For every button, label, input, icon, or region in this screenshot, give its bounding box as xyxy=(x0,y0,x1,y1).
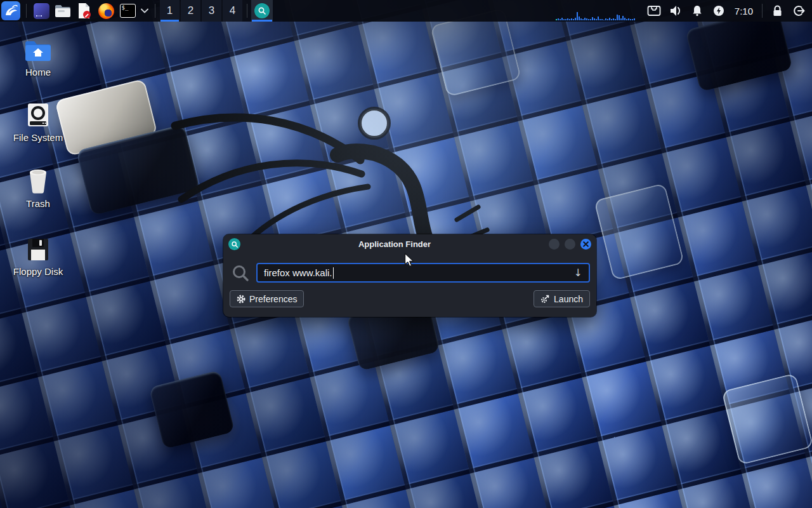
notification-bell-icon xyxy=(691,4,704,17)
history-dropdown-icon[interactable]: ↓ xyxy=(574,267,582,279)
panel-separator xyxy=(155,4,155,18)
window-controls xyxy=(549,239,591,250)
application-finder-window: Application Finder firefox www.kali. ↓ xyxy=(223,234,596,317)
desktop-icon-file-system[interactable]: File System xyxy=(3,102,73,143)
titlebar[interactable]: Application Finder xyxy=(223,234,596,254)
document-icon xyxy=(77,3,92,19)
search-row: firefox www.kali. ↓ xyxy=(223,254,596,283)
workspace-button-2[interactable]: 2 xyxy=(181,0,200,22)
workspace-label: 2 xyxy=(188,4,193,17)
cpu-graph[interactable] xyxy=(556,1,637,20)
maximize-button[interactable] xyxy=(565,239,575,250)
lock-screen-button[interactable] xyxy=(766,0,788,22)
power-manager-tray-button[interactable] xyxy=(708,0,730,22)
chevron-down-icon xyxy=(141,8,148,13)
network-icon xyxy=(647,5,661,17)
search-input-value: firefox www.kali. xyxy=(264,267,332,278)
hard-drive-icon xyxy=(25,102,51,128)
top-panel: $_ 1 2 3 4 xyxy=(0,0,812,22)
panel-separator xyxy=(762,4,763,18)
terminal-glyph: $_ xyxy=(122,4,129,11)
button-row: Preferences Launch xyxy=(223,283,596,307)
launcher-text-editor[interactable] xyxy=(75,1,94,20)
terminal-dropdown-button[interactable] xyxy=(140,1,150,20)
window-title: Application Finder xyxy=(240,239,549,249)
trash-icon xyxy=(26,168,50,194)
preferences-button[interactable]: Preferences xyxy=(230,290,304,307)
search-icon xyxy=(231,264,250,283)
panel-separator xyxy=(26,4,27,18)
workspace-button-4[interactable]: 4 xyxy=(223,0,242,22)
desktop-icon-label: Home xyxy=(25,67,51,77)
volume-tray-button[interactable] xyxy=(665,0,686,22)
close-icon xyxy=(583,241,589,247)
minimize-button[interactable] xyxy=(549,239,560,250)
desktop-icon-label: Floppy Disk xyxy=(13,266,63,277)
taskbar-application-finder[interactable] xyxy=(251,0,273,22)
search-input[interactable]: firefox www.kali. ↓ xyxy=(256,263,590,283)
logout-icon xyxy=(792,4,806,17)
desktop-icon-home[interactable]: Home xyxy=(3,37,73,77)
power-manager-icon xyxy=(712,4,725,17)
logout-button[interactable] xyxy=(788,0,809,22)
workspace-label: 4 xyxy=(230,4,235,17)
workspace-button-1[interactable]: 1 xyxy=(160,0,180,22)
launcher-terminal[interactable]: $_ xyxy=(118,1,137,20)
floppy-disk-icon xyxy=(26,236,50,262)
panel-separator xyxy=(247,4,247,18)
firefox-icon xyxy=(98,3,114,19)
close-button[interactable] xyxy=(580,239,591,250)
launcher-kali-undercover[interactable] xyxy=(32,1,51,20)
workspace-button-3[interactable]: 3 xyxy=(202,0,221,22)
launch-label: Launch xyxy=(554,294,583,304)
window-icon xyxy=(34,3,49,19)
launcher-file-manager[interactable] xyxy=(53,1,72,20)
clock[interactable]: 7:10 xyxy=(730,6,758,17)
applications-menu-button[interactable] xyxy=(1,1,20,20)
launch-button[interactable]: Launch xyxy=(534,290,590,307)
desktop-icon-trash[interactable]: Trash xyxy=(3,168,73,209)
desktop-icon-label: Trash xyxy=(26,198,50,209)
network-tray-button[interactable] xyxy=(643,0,665,22)
launch-icon xyxy=(540,294,550,304)
gear-icon xyxy=(237,295,246,304)
launcher-firefox[interactable] xyxy=(96,1,115,20)
workspace-label: 1 xyxy=(167,4,173,17)
notifications-tray-button[interactable] xyxy=(686,0,708,22)
text-caret xyxy=(333,267,334,279)
volume-icon xyxy=(669,4,683,17)
preferences-label: Preferences xyxy=(249,294,297,304)
kali-logo-icon xyxy=(3,3,18,18)
desktop-icon-floppy-disk[interactable]: Floppy Disk xyxy=(3,236,73,277)
workspace-label: 3 xyxy=(209,4,214,17)
terminal-icon: $_ xyxy=(120,4,136,18)
application-finder-icon xyxy=(254,3,270,18)
home-folder-icon xyxy=(24,37,52,62)
application-finder-icon xyxy=(228,238,240,250)
desktop-root: $_ 1 2 3 4 xyxy=(0,0,812,508)
folder-icon xyxy=(55,4,71,18)
desktop-icon-label: File System xyxy=(13,132,63,143)
lock-icon xyxy=(771,4,783,17)
